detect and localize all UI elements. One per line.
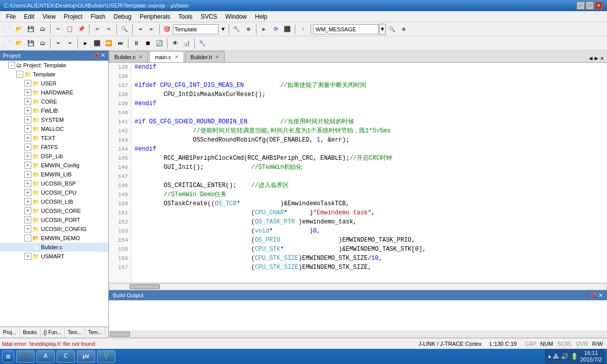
- user-expander[interactable]: +: [24, 80, 31, 87]
- h-scroll[interactable]: [109, 283, 607, 290]
- new-btn[interactable]: 📄: [2, 24, 13, 35]
- ucosiii-config-expander[interactable]: +: [24, 225, 31, 233]
- tb2-dbg1[interactable]: ▶: [80, 38, 91, 49]
- view-btn[interactable]: ⚙: [398, 24, 409, 35]
- tb2-btn6[interactable]: ➡: [64, 38, 75, 49]
- outdent-btn[interactable]: ⇤: [146, 24, 157, 35]
- indent-btn[interactable]: ⇥: [135, 24, 146, 35]
- save-all-btn[interactable]: 🗂: [37, 24, 48, 35]
- tree-emwin-config[interactable]: + 📁 EMWIN_Config: [0, 161, 108, 170]
- system-expander[interactable]: +: [24, 116, 31, 123]
- manage-btn[interactable]: 🔧: [231, 24, 242, 35]
- taskbar-keil[interactable]: µV: [77, 350, 95, 362]
- menu-file[interactable]: File: [2, 11, 20, 22]
- target-dropdown-btn[interactable]: ▼: [220, 24, 227, 35]
- tree-usmart[interactable]: + 📁 USMART: [0, 252, 108, 261]
- menu-peripherals[interactable]: Peripherals: [136, 11, 175, 22]
- cut-btn[interactable]: ✂: [53, 24, 64, 35]
- build-output-close[interactable]: ✕: [598, 292, 603, 299]
- proj-tab-func[interactable]: {} Fun...: [40, 327, 65, 338]
- tb2-btn4[interactable]: 🗂: [37, 38, 48, 49]
- target-input[interactable]: [173, 24, 219, 34]
- emwin-lib-expander[interactable]: +: [24, 171, 31, 178]
- tb2-btn2[interactable]: 📂: [14, 38, 25, 49]
- wm-message-dropdown[interactable]: WM_MESSAGE: [313, 24, 379, 34]
- tb2-extra[interactable]: 🔧: [197, 38, 208, 49]
- taskbar-app3[interactable]: C: [57, 350, 75, 362]
- tb2-dbg4[interactable]: ⏭: [115, 38, 126, 49]
- tree-malloc[interactable]: + 📁 MALLOC: [0, 124, 108, 133]
- project-panel-close[interactable]: ✕: [101, 52, 105, 59]
- menu-project[interactable]: Project: [60, 11, 86, 22]
- tree-ucosiii-cpu[interactable]: + 📁 UCOSIII_CPU: [0, 188, 108, 197]
- tree-ucosiii-port[interactable]: + 📁 UCOSIII_PORT: [0, 215, 108, 224]
- build-btn[interactable]: ▶: [258, 24, 270, 35]
- tb2-dbg5[interactable]: ⏸: [131, 38, 142, 49]
- proj-tab-templ1[interactable]: Tem...: [65, 327, 85, 338]
- emwin-demo-expander[interactable]: -: [24, 235, 31, 242]
- tb2-dbg7[interactable]: 🔄: [154, 38, 165, 49]
- tree-ucosiii-core[interactable]: + 📁 UCOSIII_CORE: [0, 206, 108, 215]
- tree-fwlib[interactable]: + 📁 FWLIB: [0, 106, 108, 115]
- undo-btn[interactable]: ↩: [92, 24, 103, 35]
- tree-emwin-lib[interactable]: + 📁 EMWIN_LIB: [0, 170, 108, 179]
- tray-power-icon[interactable]: 🔋: [571, 353, 578, 360]
- close-all-btn[interactable]: ✕: [600, 55, 604, 62]
- proj-tab-books[interactable]: Books: [20, 327, 40, 338]
- ucosiii-lib-expander[interactable]: +: [24, 198, 31, 205]
- tab-bulider-c-close[interactable]: ✕: [139, 54, 143, 60]
- dsplib-expander[interactable]: +: [24, 153, 31, 160]
- minimize-button[interactable]: ─: [577, 2, 585, 10]
- menu-window[interactable]: Window: [221, 11, 251, 22]
- tree-ucosiii-bsp[interactable]: + 📁 UCOSIII_BSP: [0, 179, 108, 188]
- tab-main-c[interactable]: main.c ✕: [149, 51, 184, 62]
- prev-tab-btn[interactable]: ◀: [589, 55, 592, 62]
- ucosiii-port-expander[interactable]: +: [24, 216, 31, 223]
- close-button[interactable]: ✕: [595, 2, 603, 10]
- tb2-btn1[interactable]: 📄: [2, 38, 13, 49]
- tb2-watch2[interactable]: 📊: [181, 38, 192, 49]
- redo-btn[interactable]: ↪: [103, 24, 114, 35]
- build-scrollbar-thumb[interactable]: [110, 332, 130, 337]
- maximize-button[interactable]: □: [586, 2, 594, 10]
- tray-volume-icon[interactable]: 🔊: [561, 353, 569, 360]
- build-scrollbar-track[interactable]: [109, 332, 607, 338]
- menu-edit[interactable]: Edit: [20, 11, 38, 22]
- tree-user[interactable]: + 📁 USER: [0, 79, 108, 88]
- tree-hardware[interactable]: + 📁 HARDWARE: [0, 88, 108, 97]
- tree-system[interactable]: + 📁 SYSTEM: [0, 115, 108, 124]
- taskbar-app5[interactable]: V: [97, 350, 115, 362]
- usmart-expander[interactable]: +: [24, 253, 31, 260]
- tb2-dbg6[interactable]: ⏹: [142, 38, 153, 49]
- taskbar-powerpoint[interactable]: P: [16, 350, 34, 362]
- find-btn[interactable]: 🔍: [119, 24, 130, 35]
- tb2-btn3[interactable]: 💾: [25, 38, 36, 49]
- menu-view[interactable]: View: [38, 11, 60, 22]
- tree-ucosiii-lib[interactable]: + 📁 UCOSIII_LIB: [0, 197, 108, 206]
- tree-dsplib[interactable]: + 📁 DSP_Lib: [0, 152, 108, 161]
- build-output-pin[interactable]: 📌: [589, 292, 596, 299]
- opt-btn[interactable]: ⚙: [243, 24, 254, 35]
- ucosiii-bsp-expander[interactable]: +: [24, 180, 31, 187]
- menu-flash[interactable]: Flash: [86, 11, 109, 22]
- fwlib-expander[interactable]: +: [24, 107, 31, 114]
- core-expander[interactable]: +: [24, 98, 31, 105]
- h-scrollbar-track[interactable]: [109, 283, 607, 290]
- tree-fatfs[interactable]: + 📁 FATFS: [0, 143, 108, 152]
- template-expander[interactable]: -: [16, 71, 23, 78]
- tab-main-c-close[interactable]: ✕: [175, 54, 179, 60]
- ucosiii-cpu-expander[interactable]: +: [24, 189, 31, 196]
- malloc-expander[interactable]: +: [24, 125, 31, 132]
- tb2-watch1[interactable]: 👁: [169, 38, 181, 49]
- menu-help[interactable]: Help: [251, 11, 272, 22]
- tab-bulider-h-close[interactable]: ✕: [215, 54, 219, 60]
- wm-dropdown-arrow[interactable]: ▼: [379, 24, 386, 35]
- ucosiii-core-expander[interactable]: +: [24, 207, 31, 214]
- text-expander[interactable]: +: [24, 134, 31, 142]
- paste-btn[interactable]: 📌: [76, 24, 87, 35]
- tray-network-icon[interactable]: 🖧: [553, 353, 559, 360]
- tab-bulider-c[interactable]: Bulider.c ✕: [109, 51, 148, 62]
- tree-emwin-demo[interactable]: - 📂 EMWIN_DEMO: [0, 234, 108, 243]
- menu-debug[interactable]: Debug: [110, 11, 136, 22]
- download-btn[interactable]: ⬇: [297, 24, 309, 35]
